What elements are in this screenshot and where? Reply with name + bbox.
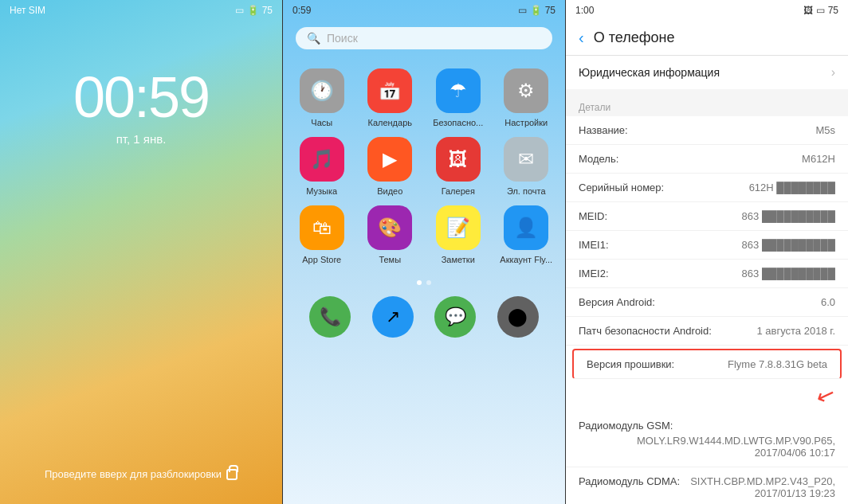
app-item[interactable]: 🛍 App Store bbox=[292, 205, 351, 264]
detail-value: 6.0 bbox=[658, 296, 835, 308]
app-item[interactable]: 👤 Аккаунт Fly... bbox=[497, 205, 556, 264]
app-label: App Store bbox=[302, 255, 341, 264]
dock-icon: 💬 bbox=[434, 296, 476, 338]
lock-unlock-hint[interactable]: Проведите вверх для разблокировки bbox=[0, 468, 282, 480]
settings-detail-item: Серийный номер: 612H ████████ bbox=[566, 174, 848, 202]
legal-info-item[interactable]: Юридическая информация › bbox=[566, 56, 848, 89]
search-bar[interactable]: 🔍 Поиск bbox=[296, 27, 552, 49]
dot-2 bbox=[426, 280, 431, 285]
app-label: Безопасно... bbox=[433, 118, 483, 127]
app-label: Темы bbox=[379, 255, 401, 264]
settings-detail-item: Патч безопасности Android: 1 августа 201… bbox=[566, 317, 848, 346]
detail-value: M5s bbox=[631, 124, 835, 136]
detail-value: MOLY.LR9.W1444.MD.LWTG.MP.V90.P65, 2017/… bbox=[579, 435, 835, 459]
settings-screen: 1:00 🖼 ▭ 75 ‹ О телефоне Юридическая инф… bbox=[565, 0, 848, 504]
app-label: Календарь bbox=[367, 118, 412, 127]
detail-value: M612H bbox=[622, 153, 835, 165]
app-icon: 🎨 bbox=[367, 205, 412, 250]
settings-detail-item: Версия Android: 6.0 bbox=[566, 288, 848, 317]
red-arrow-icon: ↙ bbox=[813, 380, 839, 411]
settings-detail-item: IMEI1: 863 ██████████ bbox=[566, 231, 848, 260]
app-item[interactable]: 🎨 Темы bbox=[361, 205, 420, 264]
app-icon: ✉ bbox=[504, 137, 548, 182]
chevron-right-icon: › bbox=[831, 65, 835, 80]
detail-label: Название: bbox=[579, 124, 628, 136]
home-battery-value: 75 bbox=[545, 5, 556, 16]
app-item[interactable]: 🖼 Галерея bbox=[429, 137, 488, 196]
app-item[interactable]: ⚙ Настройки bbox=[497, 68, 556, 127]
home-status-icons: ▭ 🔋 75 bbox=[518, 5, 556, 16]
search-placeholder: Поиск bbox=[327, 32, 358, 45]
settings-status-bar: 1:00 🖼 ▭ 75 bbox=[566, 0, 848, 21]
dock-item[interactable]: 💬 bbox=[434, 296, 476, 338]
detail-label: Радиомодуль CDMA: bbox=[579, 475, 680, 499]
settings-time: 1:00 bbox=[575, 5, 594, 16]
legal-section: Юридическая информация › bbox=[566, 56, 848, 89]
detail-label: Патч безопасности Android: bbox=[579, 325, 712, 337]
app-icon: 🎵 bbox=[300, 137, 344, 182]
settings-detail-item: MEID: 863 ██████████ bbox=[566, 202, 848, 231]
settings-detail-item: Версия прошивки: Flyme 7.8.8.31G beta bbox=[572, 349, 842, 379]
lock-screen-icon: ▭ bbox=[235, 5, 244, 16]
settings-detail-item: Название: M5s bbox=[566, 116, 848, 145]
app-icon: 📝 bbox=[436, 205, 481, 250]
app-item[interactable]: 🎵 Музыка bbox=[292, 137, 351, 196]
dot-1 bbox=[417, 280, 422, 285]
lock-clock: 00:59 bbox=[0, 68, 282, 126]
app-icon: 🕐 bbox=[300, 68, 344, 113]
details-section: Название: M5s Модель: M612H Серийный ном… bbox=[566, 116, 848, 504]
page-title: О телефоне bbox=[594, 29, 675, 46]
detail-label: IMEI1: bbox=[579, 239, 609, 251]
app-item[interactable]: 📝 Заметки bbox=[429, 205, 488, 264]
app-item[interactable]: 📅 Календарь bbox=[361, 68, 420, 127]
app-item[interactable]: ✉ Эл. почта bbox=[497, 137, 556, 196]
app-label: Заметки bbox=[442, 255, 475, 264]
detail-label: Радиомодуль GSM: bbox=[579, 420, 673, 432]
dock-item[interactable]: ↗ bbox=[372, 296, 414, 338]
details-section-header: Детали bbox=[566, 96, 848, 116]
app-icon: ☂ bbox=[436, 68, 481, 113]
detail-value: 1 августа 2018 г. bbox=[715, 325, 835, 337]
dock-icon: ⬤ bbox=[497, 296, 539, 338]
detail-value: 863 ██████████ bbox=[612, 268, 835, 279]
home-time: 0:59 bbox=[292, 5, 311, 16]
app-label: Настройки bbox=[504, 118, 548, 127]
search-icon: 🔍 bbox=[307, 32, 320, 45]
lock-battery-value: 75 bbox=[262, 5, 273, 16]
dock-item[interactable]: 📞 bbox=[309, 296, 351, 338]
lock-screen: Нет SIM ▭ 🔋 75 00:59 пт, 1 янв. Проведит… bbox=[0, 0, 282, 504]
settings-battery-value: 75 bbox=[828, 5, 838, 16]
detail-value: SIXTH.CBP.MD.MP2.V43_P20, 2017/01/13 19:… bbox=[683, 475, 835, 499]
app-icon: 🖼 bbox=[436, 137, 481, 182]
detail-label: MEID: bbox=[579, 210, 607, 222]
home-screen: 0:59 ▭ 🔋 75 🔍 Поиск 🕐 Часы 📅 Календарь ☂… bbox=[282, 0, 565, 504]
detail-value: Flyme 7.8.8.31G beta bbox=[677, 358, 827, 370]
app-item[interactable]: ☂ Безопасно... bbox=[429, 68, 488, 127]
home-status-bar: 0:59 ▭ 🔋 75 bbox=[283, 0, 565, 21]
lock-battery-icon: 🔋 bbox=[247, 5, 259, 16]
settings-body: Юридическая информация › Детали Название… bbox=[566, 56, 848, 504]
dock-item[interactable]: ⬤ bbox=[497, 296, 539, 338]
app-icon: 🛍 bbox=[300, 205, 344, 250]
detail-value: 863 ██████████ bbox=[610, 210, 835, 222]
home-dock: 📞↗💬⬤ bbox=[283, 288, 565, 346]
detail-value: 863 ██████████ bbox=[612, 239, 835, 251]
app-icon: 📅 bbox=[367, 68, 412, 113]
detail-label: Модель: bbox=[579, 153, 618, 165]
app-label: Галерея bbox=[442, 186, 475, 196]
app-item[interactable]: ▶ Видео bbox=[361, 137, 420, 196]
app-label: Музыка bbox=[306, 186, 337, 196]
detail-label: Версия прошивки: bbox=[587, 358, 674, 370]
page-dots bbox=[283, 280, 565, 285]
home-battery-icon: 🔋 bbox=[530, 5, 542, 16]
lock-time-area: 00:59 пт, 1 янв. bbox=[0, 68, 282, 146]
app-item[interactable]: 🕐 Часы bbox=[292, 68, 351, 127]
lock-unlock-label: Проведите вверх для разблокировки bbox=[45, 468, 222, 480]
app-icon: ▶ bbox=[367, 137, 412, 182]
app-grid: 🕐 Часы 📅 Календарь ☂ Безопасно... ⚙ Наст… bbox=[283, 56, 565, 277]
settings-detail-item: Радиомодуль CDMA: SIXTH.CBP.MD.MP2.V43_P… bbox=[566, 467, 848, 504]
app-label: Часы bbox=[311, 118, 332, 127]
app-label: Эл. почта bbox=[507, 186, 546, 196]
app-icon: ⚙ bbox=[504, 68, 548, 113]
back-button[interactable]: ‹ bbox=[579, 29, 584, 47]
